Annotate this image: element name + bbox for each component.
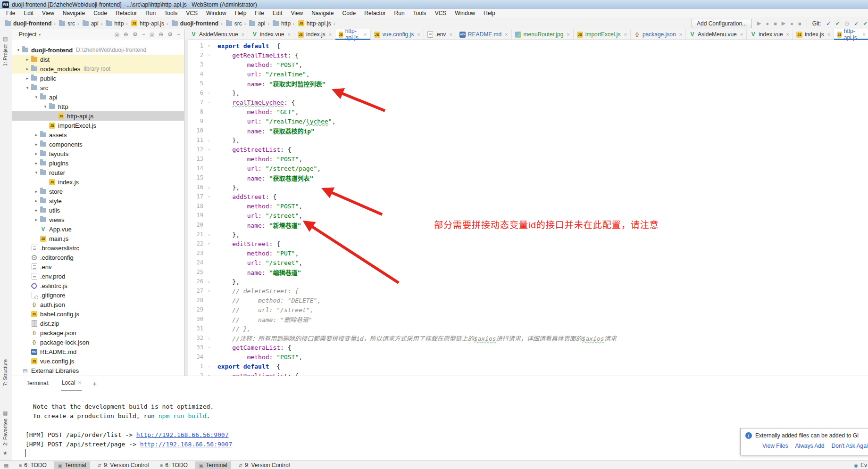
close-tab-icon[interactable] (329, 32, 332, 37)
tree-item[interactable]: ▾ duoji-frontend D:\zheheWeb\duoji-front… (12, 45, 184, 55)
project-tool-window-icon[interactable]: ▤ (3, 36, 8, 42)
breadcrumb-item[interactable]: http-api.js › (131, 20, 171, 27)
code-line[interactable]: 25 name: "编辑巷道" (184, 267, 868, 277)
notification-action-link[interactable]: View Files (762, 443, 788, 449)
breadcrumb-item[interactable]: api › (249, 20, 272, 27)
breadcrumb-item[interactable]: duoji-frontend › (5, 20, 58, 27)
tree-item[interactable]: .gitignore (12, 290, 184, 300)
menu-item[interactable]: View (286, 10, 307, 16)
menu-item[interactable]: Tools (409, 10, 431, 16)
tree-item[interactable]: http-api.js (12, 111, 184, 121)
update-project-icon[interactable]: ↙ (826, 20, 830, 26)
tree-expand-arrow-icon[interactable]: ▸ (33, 208, 40, 213)
code-line[interactable]: 3 method: "POST", (184, 60, 868, 69)
menu-item[interactable]: Help (231, 10, 251, 16)
tree-item[interactable]: main.js (12, 234, 184, 243)
add-configuration-button[interactable]: Add Configuration... (692, 19, 752, 28)
commit-icon[interactable]: ✔ (835, 20, 840, 27)
editor-tab[interactable]: package.json (631, 29, 686, 40)
code-line[interactable]: 34 method: "POST", (184, 352, 868, 362)
menu-item[interactable]: Edit (268, 10, 287, 16)
fold-marker-icon[interactable]: ▿ (203, 147, 215, 152)
run-play-icon[interactable]: ▶ (782, 20, 785, 26)
tree-expand-arrow-icon[interactable]: ▸ (33, 189, 40, 194)
settings-gear-icon[interactable]: ⚙ (133, 32, 138, 37)
code-line[interactable]: 17 ▿ addStreet: { (184, 192, 868, 201)
settings-gear-icon[interactable]: ⚙ (167, 32, 173, 37)
editor-tab[interactable]: AsideMenu.vue (686, 29, 747, 40)
tree-item[interactable]: ▸ public (12, 74, 184, 83)
tree-expand-arrow-icon[interactable]: ▸ (33, 151, 40, 156)
fold-marker-icon[interactable]: ▿ (203, 53, 215, 58)
menu-item[interactable]: Refactor (360, 10, 390, 16)
tree-item[interactable]: ▸ assets (12, 130, 184, 140)
menu-item[interactable]: File (2, 10, 19, 16)
tree-item[interactable]: ▸ layouts (12, 149, 184, 158)
editor-tab[interactable]: .env (424, 29, 456, 40)
editor-tab[interactable]: index.vue (747, 29, 793, 40)
locate-file-icon[interactable]: ◎ (150, 32, 154, 37)
close-tab-icon[interactable] (862, 32, 865, 37)
run-play-icon[interactable]: ▶ (757, 20, 761, 26)
tree-item[interactable]: External Libraries (12, 366, 184, 375)
editor-tab[interactable]: index.js (294, 29, 335, 40)
tree-item[interactable]: .editorconfig (12, 253, 184, 262)
tree-item[interactable]: .browserslistrc (12, 243, 184, 253)
menu-item[interactable]: VCS (431, 10, 451, 16)
title-bar[interactable]: WS duoji-frontend [D:\zheheWeb\duoji-fro… (0, 0, 868, 9)
stripe-structure-label[interactable]: 7: Structure (2, 359, 8, 386)
menu-item[interactable]: Code (89, 10, 111, 16)
stripe-grid-icon[interactable]: ▦ (3, 410, 8, 416)
tree-expand-arrow-icon[interactable]: ▸ (24, 66, 31, 71)
close-tab-icon[interactable] (827, 32, 830, 37)
menu-item[interactable]: Window (451, 10, 479, 16)
new-terminal-session-button[interactable]: + (92, 379, 97, 387)
expand-all-icon[interactable]: ⊕ (124, 32, 128, 37)
code-line[interactable]: 13 method: "POST", (184, 154, 868, 164)
fold-marker-icon[interactable]: ▿ (203, 194, 215, 199)
code-line[interactable]: 21 ▵ }, (184, 230, 868, 239)
chevron-down-icon[interactable]: ▾ (39, 33, 41, 37)
tree-item[interactable]: ▸ store (12, 187, 184, 196)
code-line[interactable]: 27 ▿ // deleteStreet: { (184, 286, 868, 296)
code-line[interactable]: 7 ▿ realTimeLychee: { (184, 98, 868, 107)
tree-item[interactable]: ▸ node_modules library root (12, 64, 184, 74)
tree-item[interactable]: index.js (12, 177, 184, 187)
editor-tab[interactable]: http-api.js (335, 29, 370, 40)
status-bar-item[interactable]: ≡ 6: TODO (156, 461, 191, 469)
breadcrumb-item[interactable]: http › (106, 20, 130, 27)
tree-item[interactable]: package-lock.json (12, 337, 184, 347)
tree-item[interactable]: .eslintrc.js (12, 281, 184, 290)
tree-item[interactable]: ▾ api (12, 92, 184, 102)
close-tab-icon[interactable] (567, 32, 569, 37)
tree-item[interactable]: App.vue (12, 224, 184, 234)
code-line[interactable]: 33 ▿ getCameraList: { (184, 343, 868, 352)
fold-marker-icon[interactable]: ▿ (203, 43, 215, 48)
menu-item[interactable]: Refactor (111, 10, 141, 16)
close-tab-icon[interactable] (288, 32, 291, 37)
menu-item[interactable]: Run (390, 10, 409, 16)
breadcrumb-item[interactable]: http › (273, 20, 297, 27)
stop-icon[interactable]: ■ (798, 21, 801, 26)
tree-expand-arrow-icon[interactable]: ▾ (24, 85, 31, 90)
fold-marker-icon[interactable]: ▵ (203, 336, 215, 340)
tree-item[interactable]: vue.config.js (12, 356, 184, 366)
close-tab-icon[interactable] (364, 32, 367, 37)
tree-item[interactable]: babel.config.js (12, 309, 184, 319)
menu-item[interactable]: View (38, 10, 58, 16)
code-line[interactable]: 30 // name: "删除巷道" (184, 314, 868, 324)
code-line[interactable]: 10 name: "获取荔枝的ip" (184, 126, 868, 135)
tree-item[interactable]: ▾ src (12, 83, 184, 92)
tree-item[interactable]: package.json (12, 328, 184, 337)
close-tab-icon[interactable] (505, 32, 508, 37)
code-line[interactable]: 31 // }, (184, 324, 868, 333)
expand-all-icon[interactable]: ⊕ (159, 32, 163, 37)
tree-item[interactable]: ▾ router (12, 168, 184, 177)
fold-marker-icon[interactable]: ▵ (203, 185, 215, 189)
tree-expand-arrow-icon[interactable]: ▾ (42, 104, 49, 109)
tree-item[interactable]: ▸ style (12, 196, 184, 206)
tree-expand-arrow-icon[interactable]: ▸ (33, 198, 40, 203)
code-line[interactable]: 2 ▿ getRealTimeList: { (184, 50, 868, 60)
breadcrumb-item[interactable]: src › (59, 20, 82, 27)
tree-item[interactable]: importExcel.js (12, 121, 184, 130)
